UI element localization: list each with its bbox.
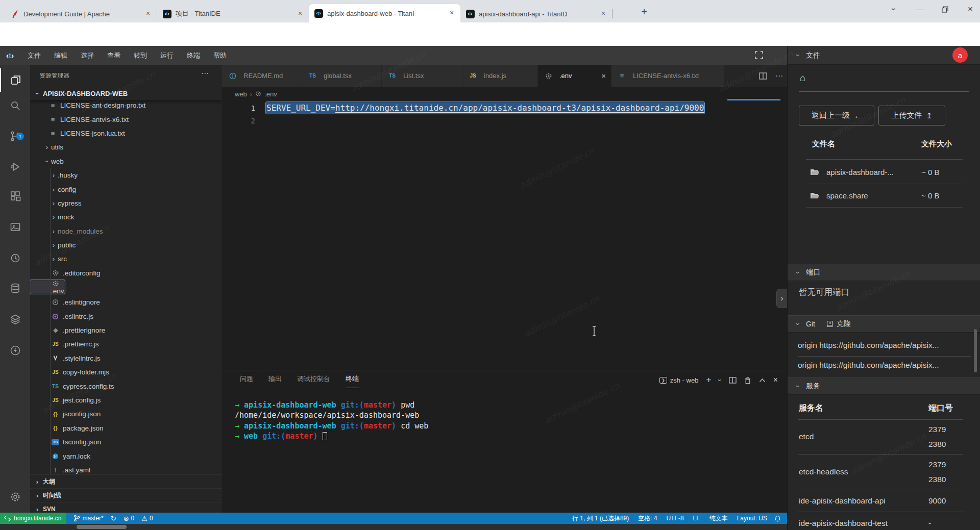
service-row[interactable]: ide-apisix-dashboard-api9000 xyxy=(788,490,980,512)
fullscreen-icon[interactable] xyxy=(754,51,764,60)
new-terminal-icon[interactable]: + xyxy=(706,375,711,385)
tree-item[interactable]: ≡LICENSE-json.lua.txt xyxy=(30,127,222,140)
tree-item[interactable]: ›src xyxy=(30,252,222,266)
tree-item[interactable]: .prettierignore xyxy=(30,323,222,337)
horizontal-scrollbar[interactable] xyxy=(0,524,787,530)
tree-item[interactable]: {}package.json xyxy=(30,421,222,435)
project-root-item[interactable]: › APISIX-DASHBOARD-WEB xyxy=(30,87,222,100)
maximize-panel-icon[interactable] xyxy=(759,378,766,383)
menu-item[interactable]: 终端 xyxy=(180,46,207,65)
tree-item[interactable]: ≡LICENSE-antvis-x6.txt xyxy=(30,112,222,126)
user-avatar[interactable]: a xyxy=(952,47,968,63)
tab-close-icon[interactable]: × xyxy=(143,9,153,18)
browser-tab[interactable]: ‹t›apisix-dashboard-api - TitanID× xyxy=(460,5,612,22)
editor-tab[interactable]: TSglobal.tsx xyxy=(302,65,382,87)
services-section-header[interactable]: › 服务 xyxy=(788,377,980,395)
editor-more-icon[interactable]: ⋯ xyxy=(775,71,783,81)
breadcrumb-dir[interactable]: web xyxy=(235,90,247,98)
panel-tab[interactable]: 问题 xyxy=(240,374,253,388)
go-up-button[interactable]: 返回上一级 ← xyxy=(799,106,874,125)
terminal-dropdown-icon[interactable]: › xyxy=(716,379,724,381)
panel-tab[interactable]: 输出 xyxy=(268,374,282,388)
menu-item[interactable]: 文件 xyxy=(21,46,47,65)
sidebar-section-3[interactable]: ›SVN xyxy=(30,502,222,513)
kill-terminal-icon[interactable] xyxy=(744,376,751,384)
scrollbar-thumb[interactable] xyxy=(77,525,127,529)
tree-item[interactable]: ›config xyxy=(30,182,222,196)
tree-item[interactable]: JS.prettierrc.js xyxy=(30,337,222,351)
tree-item[interactable]: .editorconfig xyxy=(30,266,222,280)
clock-icon[interactable] xyxy=(0,246,30,270)
editor-tab[interactable]: .env× xyxy=(538,65,611,87)
remote-indicator[interactable]: hongxi.titanide.cn xyxy=(0,513,66,524)
status-item[interactable]: 纯文本 xyxy=(709,514,728,523)
status-item[interactable]: UTF-8 xyxy=(667,515,684,522)
tree-item[interactable]: .stylelintrc.js xyxy=(30,351,222,365)
right-panel-scrollbar[interactable] xyxy=(974,329,977,372)
settings-gear-icon[interactable] xyxy=(0,485,30,509)
breadcrumb-file[interactable]: .env xyxy=(264,90,277,98)
file-row[interactable]: apisix-dashboard-...~ 0 B xyxy=(788,160,980,184)
tree-item[interactable]: .env xyxy=(30,280,65,294)
new-tab-button[interactable]: + xyxy=(637,5,651,19)
tree-item[interactable]: ≡LICENSE-ant-design-pro.txt xyxy=(30,98,222,112)
extensions-icon[interactable] xyxy=(0,184,30,208)
tab-close-icon[interactable]: × xyxy=(447,9,456,18)
status-item[interactable]: LF xyxy=(693,515,700,522)
database-icon[interactable] xyxy=(0,276,30,300)
tree-item[interactable]: ›web xyxy=(30,155,222,168)
explorer-more-icon[interactable]: ⋯ xyxy=(201,69,209,78)
editor-tab[interactable]: README.md xyxy=(222,65,302,87)
errors-indicator[interactable]: ⊗0 xyxy=(124,515,135,522)
sidebar-section-1[interactable]: ›大纲 xyxy=(30,474,222,488)
browser-tab[interactable]: Development Guide | Apache× xyxy=(5,5,157,22)
panel-tab[interactable]: 调试控制台 xyxy=(297,374,330,388)
preview-icon[interactable] xyxy=(0,215,30,239)
menu-item[interactable]: 选择 xyxy=(74,46,101,65)
tab-close-icon[interactable]: × xyxy=(599,9,608,18)
close-panel-icon[interactable]: × xyxy=(773,375,778,385)
tree-item[interactable]: ›cypress xyxy=(30,196,222,210)
sidebar-section-2[interactable]: ›时间线 xyxy=(30,488,222,502)
menu-item[interactable]: 帮助 xyxy=(207,46,233,65)
tree-item[interactable]: TScypress.config.ts xyxy=(30,379,222,393)
panel-tab[interactable]: 终端 xyxy=(346,374,359,388)
upload-button[interactable]: 上传文件 ↥ xyxy=(878,106,945,125)
tree-item[interactable]: ›mock xyxy=(30,210,222,224)
tree-item[interactable]: .eslintignore xyxy=(30,295,222,309)
status-item[interactable]: Layout: US xyxy=(737,515,767,522)
search-icon[interactable] xyxy=(0,94,30,117)
terminal-selector[interactable]: ❯ zsh - web xyxy=(659,376,699,384)
tree-item[interactable]: ›.husky xyxy=(30,168,222,182)
menu-item[interactable]: 转到 xyxy=(127,46,154,65)
tree-item[interactable]: JSjest.config.js xyxy=(30,393,222,407)
editor-tab[interactable]: ≡LICENSE-antvis-x6.txt xyxy=(611,65,725,87)
git-clone-button[interactable]: 克隆 xyxy=(826,319,851,329)
close-window-icon[interactable]: × xyxy=(964,4,977,14)
browser-tab[interactable]: ‹t›apisix-dashboard-web - TitanI× xyxy=(309,4,460,22)
ports-section-header[interactable]: › 端口 xyxy=(788,264,980,281)
explorer-icon[interactable] xyxy=(0,68,30,92)
git-remote-row[interactable]: origin https://github.com/apache/apisix.… xyxy=(798,361,971,370)
status-item[interactable]: 空格: 4 xyxy=(638,514,657,523)
tab-search-icon[interactable]: › xyxy=(889,3,898,16)
menu-item[interactable]: 编辑 xyxy=(47,46,74,65)
source-control-icon[interactable]: 1 xyxy=(0,124,30,148)
tree-item[interactable]: yarn.lock xyxy=(30,449,222,463)
tree-item[interactable]: !.asf.yaml xyxy=(30,463,222,474)
tree-item[interactable]: ›utils xyxy=(30,140,222,154)
menu-item[interactable]: 查看 xyxy=(101,46,127,65)
notifications-bell-icon[interactable] xyxy=(774,515,787,522)
minimize-icon[interactable]: — xyxy=(913,5,926,13)
tree-item[interactable]: ›public xyxy=(30,238,222,252)
sync-button[interactable]: ↻ xyxy=(111,515,116,522)
menu-item[interactable]: 运行 xyxy=(154,46,180,65)
split-terminal-icon[interactable] xyxy=(729,377,737,384)
tab-close-icon[interactable]: × xyxy=(296,9,305,18)
tab-close-icon[interactable]: × xyxy=(598,71,606,80)
git-section-header[interactable]: › Git 克隆 xyxy=(788,315,980,333)
status-item[interactable]: 行 1, 列 1 (已选择89) xyxy=(572,514,629,523)
files-section-header[interactable]: › 文件 xyxy=(788,46,980,65)
tree-item[interactable]: JScopy-folder.mjs xyxy=(30,365,222,379)
code-line-1[interactable]: SERVE_URL_DEV=http://hongxi.titanide.cn/… xyxy=(266,102,704,115)
